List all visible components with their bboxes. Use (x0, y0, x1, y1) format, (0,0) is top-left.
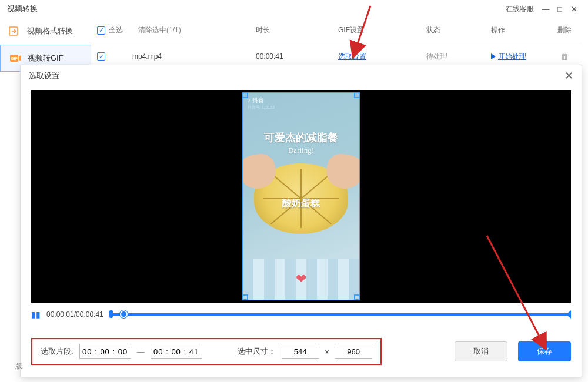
close-button[interactable]: ✕ (567, 5, 581, 14)
clip-end-input[interactable] (151, 344, 202, 359)
modal-footer: 选取片段: — 选中尺寸： x 取消 保存 (21, 326, 582, 377)
row-status: 待处理 (426, 52, 491, 62)
gif-icon: GIF (9, 52, 22, 65)
size-width-input[interactable] (282, 344, 319, 359)
table-header: ✓ 全选 清除选中(1/1) 时长 GIF设置 状态 操作 删除 (91, 18, 582, 43)
col-gif: GIF设置 (338, 25, 426, 35)
sidebar-item-format-convert[interactable]: 视频格式转换 (0, 18, 91, 45)
row-duration: 00:00:41 (256, 52, 338, 61)
crop-frame[interactable]: ❤ ♪ 抖音抖音号: Lj5183 可爱杰的减脂餐Darling! 酸奶蛋糕 (242, 92, 360, 300)
crop-handle-tr[interactable] (354, 92, 360, 98)
video-frame-image: ❤ ♪ 抖音抖音号: Lj5183 可爱杰的减脂餐Darling! 酸奶蛋糕 (243, 93, 359, 300)
size-height-input[interactable] (335, 344, 372, 359)
col-delete: 删除 (550, 25, 579, 35)
clip-start-input[interactable] (79, 344, 131, 359)
overlay-caption: 酸奶蛋糕 (243, 197, 359, 210)
select-all-label: 全选 (109, 25, 123, 35)
col-duration: 时长 (256, 25, 338, 35)
sidebar: 视频格式转换 GIF 视频转GIF (0, 18, 91, 72)
row-delete-button[interactable]: 🗑 (560, 52, 569, 61)
timeline-track[interactable] (109, 308, 571, 321)
save-button[interactable]: 保存 (518, 341, 571, 361)
clip-label: 选取片段: (41, 346, 74, 357)
modal-title: 选取设置 (29, 71, 59, 81)
online-service-link[interactable]: 在线客服 (506, 4, 534, 14)
col-status: 状态 (426, 25, 491, 35)
time-display: 00:00:01/00:00:41 (46, 310, 103, 319)
overlay-title: 可爱杰的减脂餐Darling! (243, 130, 359, 155)
highlighted-inputs: 选取片段: — 选中尺寸： x (31, 338, 382, 365)
row-filename: mp4.mp4 (132, 52, 256, 61)
crop-handle-br[interactable] (354, 294, 360, 300)
playback-controls: ▮▮ 00:00:01/00:00:41 (21, 303, 582, 326)
dash: — (137, 347, 145, 356)
modal-header: 选取设置 ✕ (21, 65, 582, 86)
selection-settings-modal: 选取设置 ✕ ❤ ♪ 抖音抖音号: Lj5183 可爱杰的减脂餐Darling!… (20, 65, 582, 377)
svg-text:GIF: GIF (11, 56, 18, 61)
select-all-checkbox[interactable]: ✓ (97, 26, 105, 35)
maximize-button[interactable]: □ (553, 5, 567, 14)
col-operate: 操作 (491, 25, 550, 35)
convert-icon (8, 25, 21, 38)
video-preview[interactable]: ❤ ♪ 抖音抖音号: Lj5183 可爱杰的减脂餐Darling! 酸奶蛋糕 (31, 90, 571, 303)
truncated-text: 版 (15, 361, 22, 371)
heart-icon: ❤ (296, 272, 306, 287)
row-start-link[interactable]: 开始处理 (491, 52, 526, 61)
modal-close-button[interactable]: ✕ (564, 69, 573, 82)
play-icon (491, 53, 496, 59)
minimize-button[interactable]: — (539, 5, 553, 14)
app-title: 视频转换 (7, 4, 38, 14)
file-table: ✓ 全选 清除选中(1/1) 时长 GIF设置 状态 操作 删除 ✓ mp4.m… (91, 18, 582, 69)
sidebar-item-label: 视频格式转换 (27, 26, 73, 36)
douyin-watermark: ♪ 抖音抖音号: Lj5183 (248, 96, 275, 110)
sidebar-item-label: 视频转GIF (28, 53, 64, 63)
range-end-handle[interactable] (566, 310, 571, 319)
size-x: x (325, 347, 329, 356)
range-start-handle[interactable] (109, 310, 113, 318)
crop-handle-tl[interactable] (242, 92, 248, 98)
cancel-button[interactable]: 取消 (455, 341, 507, 361)
row-gif-settings-link[interactable]: 选取设置 (338, 52, 366, 61)
crop-handle-bl[interactable] (242, 294, 248, 300)
size-label: 选中尺寸： (238, 346, 276, 357)
clear-selected-link[interactable]: 清除选中(1/1) (138, 26, 181, 34)
titlebar: 视频转换 在线客服 — □ ✕ (0, 0, 588, 18)
row-checkbox[interactable]: ✓ (97, 52, 105, 61)
pause-button[interactable]: ▮▮ (31, 310, 41, 319)
playhead[interactable] (120, 310, 128, 318)
